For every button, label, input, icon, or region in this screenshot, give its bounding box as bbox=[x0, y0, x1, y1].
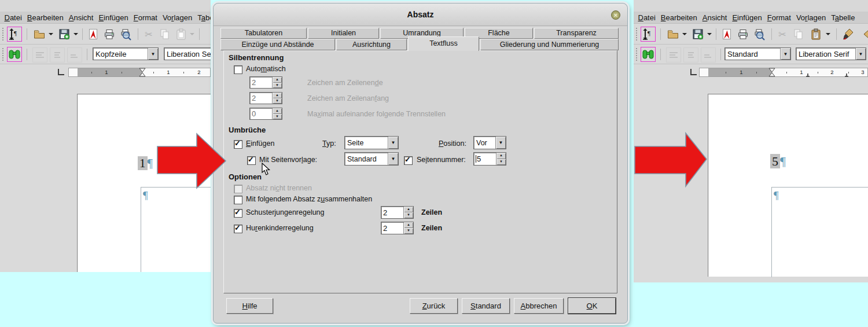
dropdown-arrow-icon[interactable]: ▼ bbox=[388, 137, 398, 149]
max-hyphens-spinner[interactable]: 0▲▼ bbox=[249, 108, 282, 120]
tab-type-selector[interactable] bbox=[58, 69, 64, 75]
help-button[interactable]: Hilfe bbox=[226, 298, 273, 314]
orphan-lines-spinner[interactable]: 2▲▼ bbox=[381, 206, 414, 219]
menu-ansicht[interactable]: Ansicht bbox=[700, 12, 730, 22]
save-dropdown-arrow-icon[interactable] bbox=[72, 27, 79, 42]
automatic-checkbox[interactable] bbox=[234, 65, 242, 74]
spin-down-icon[interactable]: ▼ bbox=[404, 212, 413, 218]
tab-initialen[interactable]: Initialen bbox=[308, 28, 379, 39]
menu-format[interactable]: Format bbox=[764, 12, 793, 22]
print-icon[interactable] bbox=[102, 27, 117, 42]
text-frame[interactable]: ¶ bbox=[771, 187, 868, 277]
chars-line-end-spinner[interactable]: 2▲▼ bbox=[249, 76, 282, 89]
export-pdf-icon[interactable] bbox=[86, 27, 101, 42]
horizontal-ruler-left[interactable]: 1 1 2 bbox=[68, 68, 211, 77]
spin-up-icon[interactable]: ▲ bbox=[273, 108, 282, 114]
widow-control-checkbox[interactable]: ✓ bbox=[234, 225, 242, 233]
toolbar-handle[interactable] bbox=[636, 28, 639, 41]
menu-format[interactable]: Format bbox=[131, 12, 160, 22]
tab-stop-marker[interactable] bbox=[844, 73, 849, 77]
navigation-toggle-icon[interactable]: ¶ bbox=[7, 27, 22, 42]
toolbar-handle[interactable] bbox=[636, 48, 639, 61]
spin-up-icon[interactable]: ▲ bbox=[273, 77, 282, 83]
copy-icon[interactable] bbox=[157, 27, 172, 42]
open-folder-icon[interactable] bbox=[32, 27, 47, 42]
paste-dropdown-arrow-icon[interactable] bbox=[189, 27, 196, 42]
spin-up-icon[interactable]: ▲ bbox=[404, 222, 413, 228]
save-dropdown-arrow-icon[interactable] bbox=[706, 27, 713, 42]
menu-datei[interactable]: Datei bbox=[2, 12, 24, 22]
spin-up-icon[interactable]: ▲ bbox=[273, 93, 282, 98]
tab-einzuege[interactable]: Einzüge und Abstände bbox=[220, 39, 335, 50]
menu-ansicht[interactable]: Ansicht bbox=[66, 12, 96, 22]
spin-down-icon[interactable]: ▼ bbox=[496, 159, 506, 166]
menu-einfuegen[interactable]: Einfügen bbox=[96, 12, 131, 22]
pagenumber-spinner[interactable]: 5▲▼ bbox=[473, 152, 506, 166]
standard-button[interactable]: Standard bbox=[462, 298, 510, 314]
orphan-control-label[interactable]: Schusterjungenregelung bbox=[246, 208, 325, 216]
spin-down-icon[interactable]: ▼ bbox=[273, 98, 282, 104]
pagenumber-checkbox[interactable]: ✓ bbox=[404, 156, 413, 165]
spin-down-icon[interactable]: ▼ bbox=[273, 114, 282, 120]
spin-down-icon[interactable]: ▼ bbox=[273, 83, 282, 89]
chars-line-begin-spinner[interactable]: 2▲▼ bbox=[249, 92, 282, 104]
document-page-right[interactable]: 5¶ ¶ bbox=[708, 94, 868, 277]
find-binoculars-icon[interactable] bbox=[7, 47, 22, 62]
keep-with-next-checkbox[interactable] bbox=[234, 196, 242, 204]
character-style-tool-icon[interactable] bbox=[50, 47, 65, 63]
pagestyle-dropdown[interactable]: Standard▼ bbox=[344, 152, 399, 166]
paste-icon[interactable] bbox=[174, 27, 189, 42]
cancel-button[interactable]: Abbrechen bbox=[514, 298, 564, 314]
keep-with-next-label[interactable]: Mit folgendem Absatz zusammenhalten bbox=[246, 195, 372, 203]
menu-vorlagen[interactable]: Vorlagen bbox=[793, 12, 828, 22]
orphan-control-checkbox[interactable]: ✓ bbox=[234, 209, 242, 218]
pagenumber-label[interactable]: Seitennummer: bbox=[417, 156, 466, 164]
list-style-tool-icon[interactable] bbox=[701, 47, 716, 63]
toolbar-handle[interactable] bbox=[2, 28, 5, 41]
ok-button[interactable]: OK bbox=[568, 298, 616, 314]
paragraph-style-combo[interactable]: Standard ▼ bbox=[724, 47, 791, 60]
print-preview-icon[interactable] bbox=[752, 27, 767, 42]
list-style-tool-icon[interactable] bbox=[67, 47, 82, 63]
close-icon[interactable]: ✕ bbox=[611, 10, 620, 20]
open-dropdown-arrow-icon[interactable] bbox=[681, 27, 688, 42]
copy-icon[interactable] bbox=[791, 27, 806, 42]
menu-datei[interactable]: Datei bbox=[635, 12, 658, 22]
paragraph-style-combo[interactable]: Kopfzeile ▼ bbox=[93, 47, 159, 60]
dropdown-arrow-icon[interactable]: ▼ bbox=[780, 48, 790, 60]
horizontal-ruler-right[interactable]: 1 1 2 3 bbox=[699, 68, 868, 77]
open-dropdown-arrow-icon[interactable] bbox=[47, 27, 54, 42]
spin-up-icon[interactable]: ▲ bbox=[404, 207, 413, 212]
print-icon[interactable] bbox=[735, 27, 751, 42]
tab-type-selector[interactable] bbox=[690, 69, 697, 75]
tab-gliederung[interactable]: Gliederung und Nummerierung bbox=[480, 39, 619, 50]
find-binoculars-icon[interactable] bbox=[641, 47, 656, 62]
dropdown-arrow-icon[interactable]: ▼ bbox=[148, 48, 158, 60]
tab-stop-marker[interactable] bbox=[806, 73, 810, 77]
cut-icon[interactable]: ✂ bbox=[775, 27, 790, 42]
tab-transparenz[interactable]: Transparenz bbox=[534, 28, 619, 39]
pagestyle-checkbox[interactable]: ✓ bbox=[247, 156, 256, 165]
indent-marker[interactable] bbox=[768, 68, 775, 77]
dropdown-arrow-icon[interactable]: ▼ bbox=[388, 153, 398, 165]
automatic-label[interactable]: Automatisch bbox=[246, 65, 286, 73]
tab-ausrichtung[interactable]: Ausrichtung bbox=[336, 39, 407, 50]
insert-break-checkbox[interactable]: ✓ bbox=[234, 140, 242, 149]
menu-bearbeiten[interactable]: Bearbeiten bbox=[658, 12, 700, 22]
font-name-combo[interactable]: Liberation Se bbox=[164, 47, 211, 60]
spin-up-icon[interactable]: ▲ bbox=[496, 153, 506, 159]
paragraph-style-tool-icon[interactable] bbox=[666, 47, 681, 63]
print-preview-icon[interactable] bbox=[119, 27, 134, 42]
toolbar-handle[interactable] bbox=[2, 48, 5, 61]
paste-dropdown-arrow-icon[interactable] bbox=[825, 27, 832, 42]
menu-tabelle[interactable]: Tabelle bbox=[829, 12, 858, 22]
menu-einfuegen[interactable]: Einfügen bbox=[730, 12, 764, 22]
widow-control-label[interactable]: Hurenkinderregelung bbox=[246, 224, 314, 232]
save-icon[interactable] bbox=[57, 27, 72, 42]
back-button[interactable]: Zurück bbox=[410, 298, 458, 314]
spin-down-icon[interactable]: ▼ bbox=[404, 228, 413, 234]
menu-bearbeiten[interactable]: Bearbeiten bbox=[24, 12, 66, 22]
export-pdf-icon[interactable] bbox=[719, 27, 734, 42]
dropdown-arrow-icon[interactable]: ▼ bbox=[495, 137, 506, 149]
save-icon[interactable] bbox=[690, 27, 705, 42]
